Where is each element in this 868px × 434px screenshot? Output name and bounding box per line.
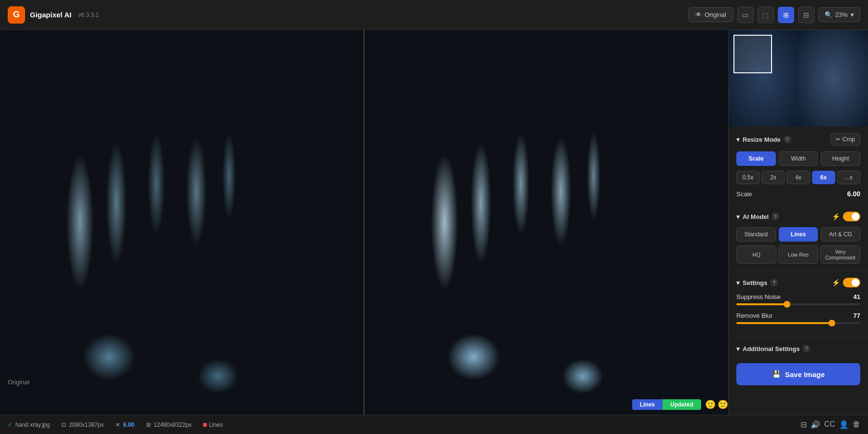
layers-icon[interactable]: ⊟ — [800, 420, 807, 429]
thumbs-down-button[interactable]: 🙁 — [718, 399, 728, 410]
topbar-controls: 👁 Original ▭ ⬚ ⊞ ⊟ 🔍 23% ▾ — [688, 7, 860, 23]
lines-model-button[interactable]: Lines — [779, 227, 818, 242]
checkmark-icon: ✓ — [8, 421, 13, 428]
ai-model-header: ▾ AI Model ? ⚡ — [736, 212, 860, 221]
output-icon: ⊞ — [146, 421, 151, 428]
very-compressed-button[interactable]: Very Compressed — [820, 245, 860, 264]
trash-icon[interactable]: 🗑 — [853, 420, 860, 429]
ai-model-toggle[interactable] — [843, 212, 860, 221]
preview-selection-box — [733, 35, 772, 73]
app-version: v6.3.3.1 — [78, 12, 99, 18]
suppress-noise-slider-section: Suppress Noise 41 — [736, 293, 860, 305]
topbar: G Gigapixel AI v6.3.3.1 👁 Original ▭ ⬚ ⊞… — [0, 0, 868, 30]
suppress-noise-track[interactable] — [736, 303, 860, 305]
chevron-down-icon: ▾ — [736, 279, 740, 286]
resize-mode-header: ▾ Resize Mode ? ✂ Crop — [736, 133, 860, 146]
view-single-button[interactable]: ▭ — [737, 7, 754, 23]
settings-title-group: ▾ Settings ? — [736, 279, 778, 286]
scale-value: 6.00 — [847, 190, 860, 198]
ai-model-title: AI Model — [743, 213, 769, 220]
crop-button[interactable]: ✂ Crop — [830, 133, 860, 146]
scale-2x-button[interactable]: 2x — [761, 171, 785, 184]
quality-preset-buttons: HQ Low Res Very Compressed — [736, 245, 860, 264]
status-scale: 6.00 — [123, 421, 134, 428]
settings-toggle[interactable] — [843, 278, 860, 287]
app-logo-icon: G — [8, 6, 25, 24]
width-tab[interactable]: Width — [779, 151, 818, 166]
model-badge-area: Lines Updated 🙂 🙁 — [632, 399, 728, 410]
status-actions: ⊟ 🔊 CC 👤 🗑 — [800, 420, 860, 429]
badge-updated: Updated — [663, 399, 701, 410]
eye-icon: 👁 — [695, 11, 702, 18]
ai-model-title-group: ▾ AI Model ? — [736, 213, 779, 220]
original-toggle-button[interactable]: 👁 Original — [688, 7, 733, 22]
settings-title: Settings — [743, 279, 767, 286]
original-xray-image — [0, 30, 364, 415]
audio-icon[interactable]: 🔊 — [811, 420, 820, 429]
resize-mode-help-icon[interactable]: ? — [784, 136, 791, 143]
save-image-button[interactable]: 💾 Save Image — [736, 363, 860, 385]
ai-model-help-icon[interactable]: ? — [772, 213, 779, 220]
suppress-noise-thumb[interactable] — [784, 301, 790, 308]
original-label: Original — [705, 11, 726, 18]
additional-settings-title: Additional Settings — [743, 345, 800, 353]
standard-model-button[interactable]: Standard — [736, 227, 776, 242]
crop-icon: ✂ — [836, 136, 841, 143]
chevron-down-icon: ▾ — [851, 11, 854, 18]
main-area: Original Lines Updated 🙂 🙁 — [0, 30, 868, 415]
image-right-panel: Lines Updated 🙂 🙁 — [365, 30, 728, 415]
low-res-button[interactable]: Low Res — [778, 245, 818, 264]
view-split-button[interactable]: ⬚ — [758, 7, 774, 23]
lightning-icon: ⚡ — [832, 213, 840, 220]
processed-xray-image — [365, 30, 728, 415]
status-model: Lines — [209, 421, 223, 428]
resize-mode-title: Resize Mode — [743, 136, 781, 143]
art-cg-model-button[interactable]: Art & CG — [821, 227, 860, 242]
suppress-noise-value: 41 — [854, 293, 860, 300]
ai-model-section: ▾ AI Model ? ⚡ Standard Lines Art & CG H… — [729, 205, 868, 271]
scale-custom-button[interactable]: ...x — [837, 171, 860, 184]
remove-blur-label: Remove Blur — [736, 312, 773, 319]
settings-header: ▾ Settings ? ⚡ — [736, 278, 860, 287]
scale-label: Scale — [736, 190, 752, 198]
suppress-noise-label: Suppress Noise — [736, 293, 781, 300]
ai-model-toggle-row: ⚡ — [832, 212, 860, 221]
height-tab[interactable]: Height — [821, 151, 860, 166]
lightning-icon: ⚡ — [832, 279, 840, 286]
save-label: Save Image — [785, 370, 825, 379]
remove-blur-label-row: Remove Blur 77 — [736, 312, 860, 319]
right-panel: ▾ Resize Mode ? ✂ Crop Scale Width Heigh… — [728, 30, 868, 415]
remove-blur-track[interactable] — [736, 322, 860, 324]
scale-tab[interactable]: Scale — [736, 151, 776, 166]
scale-0.5x-button[interactable]: 0.5x — [736, 171, 760, 184]
status-original-size: 2080x1387px — [69, 421, 104, 428]
additional-settings-header[interactable]: ▾ Additional Settings ? — [736, 345, 860, 353]
chevron-right-icon: ▾ — [736, 345, 740, 353]
status-model-item: Lines — [203, 421, 223, 428]
thumbs-up-button[interactable]: 🙂 — [705, 399, 716, 410]
feedback-buttons: 🙂 🙁 — [705, 399, 728, 410]
scale-4x-button[interactable]: 4x — [787, 171, 810, 184]
chevron-down-icon: ▾ — [736, 213, 740, 220]
additional-settings-help-icon[interactable]: ? — [802, 345, 810, 353]
scale-6x-button[interactable]: 6x — [812, 171, 835, 184]
image-area[interactable]: Original Lines Updated 🙂 🙁 — [0, 30, 728, 415]
settings-help-icon[interactable]: ? — [770, 279, 778, 286]
zoom-control[interactable]: 🔍 23% ▾ — [818, 7, 860, 22]
remove-blur-thumb[interactable] — [828, 320, 835, 326]
view-grid-button[interactable]: ⊟ — [798, 7, 814, 23]
resize-mode-title-group: ▾ Resize Mode ? — [736, 136, 791, 143]
resize-mode-buttons: Scale Width Height — [736, 151, 860, 166]
status-scale-item: ✕ 6.00 — [115, 421, 134, 428]
toggle-knob — [852, 213, 859, 220]
scale-preset-buttons: 0.5x 2x 4x 6x ...x — [736, 171, 860, 184]
badge-lines: Lines — [632, 399, 663, 410]
user-icon[interactable]: 👤 — [839, 420, 849, 429]
settings-toggle-row: ⚡ — [832, 278, 860, 287]
image-canvas: Original Lines Updated 🙂 🙁 — [0, 30, 728, 415]
crop-label: Crop — [842, 136, 855, 143]
hq-button[interactable]: HQ — [736, 245, 776, 264]
view-compare-button[interactable]: ⊞ — [778, 7, 794, 23]
ai-model-type-buttons: Standard Lines Art & CG — [736, 227, 860, 242]
compare-view-icon: ⊞ — [783, 11, 789, 19]
